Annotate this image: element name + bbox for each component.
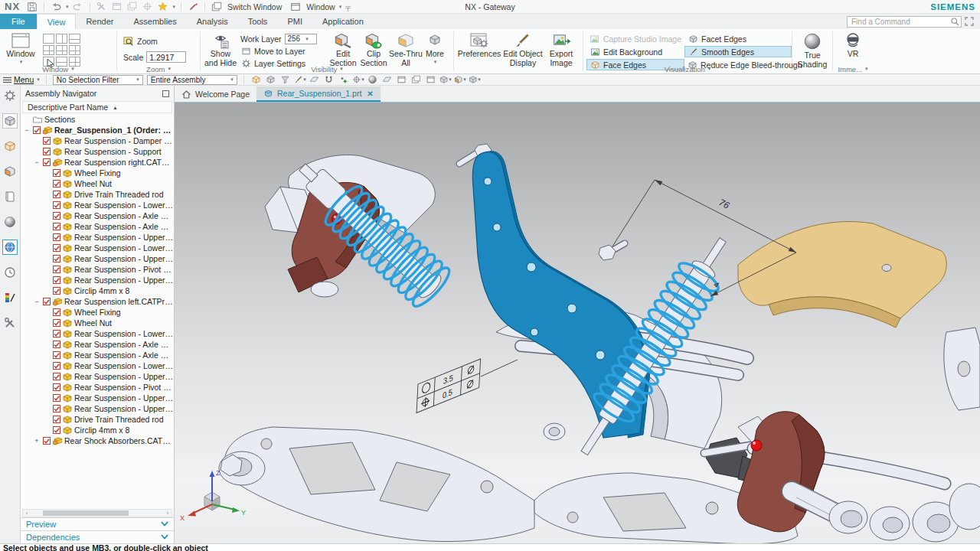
tree-checkbox[interactable] [43, 298, 51, 305]
tree-checkbox[interactable] [53, 201, 60, 209]
tree-item[interactable]: −Rear Suspension right.CATProduct [21, 157, 174, 168]
tab-assemblies[interactable]: Assemblies [123, 14, 186, 29]
layout-single-icon[interactable] [43, 34, 54, 44]
find-command-input[interactable] [847, 16, 962, 28]
tree-checkbox[interactable] [53, 255, 60, 262]
visualization-group-dialog-icon[interactable]: ▾ [708, 66, 711, 72]
switch-window-button[interactable]: Switch Window [227, 2, 282, 11]
tree-checkbox[interactable] [53, 416, 60, 423]
tree-checkbox[interactable] [53, 383, 60, 391]
tree-item[interactable]: Rear Suspension - Upper Triangle [21, 371, 174, 382]
tree-checkbox[interactable] [53, 330, 60, 337]
qat-customize-icon[interactable]: ╤ [345, 3, 350, 11]
assembly-navigator-icon[interactable] [3, 114, 17, 128]
show-and-hide-button[interactable]: Show and Hide [204, 31, 237, 68]
menu-button[interactable]: Menu▾ [3, 75, 40, 84]
shock-right-top-bolt[interactable] [599, 243, 625, 260]
layout-quad-icon[interactable] [43, 45, 54, 55]
tree-checkbox[interactable] [53, 212, 60, 220]
tree-item[interactable]: Rear Suspension - Upper Triangle [21, 253, 174, 264]
tree-checkbox[interactable] [53, 362, 60, 370]
edit-background-button[interactable]: Edit Background [586, 46, 684, 57]
tree-expander-icon[interactable]: − [33, 298, 41, 305]
scroll-right-icon[interactable]: › [164, 510, 172, 517]
vr-button[interactable]: VR [836, 31, 870, 59]
layout-hsplit-icon[interactable] [69, 34, 80, 44]
tree-checkbox[interactable] [53, 191, 60, 198]
scroll-left-icon[interactable]: ‹ [23, 510, 31, 517]
tab-application[interactable]: Application [312, 14, 374, 29]
web-browser-icon[interactable] [3, 240, 17, 254]
tab-file[interactable]: File [0, 14, 37, 29]
snap-plane-icon[interactable] [309, 75, 321, 85]
tree-checkbox[interactable] [53, 394, 60, 402]
window-cascade-icon[interactable] [410, 75, 423, 85]
gear-icon[interactable] [3, 89, 17, 103]
tree-item[interactable]: Rear Suspension - Lower Triangle [21, 360, 174, 371]
tree-item[interactable]: Circlip 4mm x 8 [21, 285, 174, 296]
template-tools-icon[interactable] [3, 316, 17, 330]
tree-item[interactable]: Rear Suspension - Pivot Housing [21, 382, 174, 393]
derive-icon[interactable] [265, 75, 277, 85]
tree-checkbox[interactable] [53, 244, 60, 252]
lower-arm-left[interactable] [219, 427, 534, 542]
visibility-group-dialog-icon[interactable]: ▾ [340, 66, 343, 72]
tree-item[interactable]: Wheel Fixing [21, 168, 174, 178]
scrollbar-thumb[interactable] [43, 510, 129, 516]
tree-checkbox[interactable] [33, 126, 41, 134]
damper-support-plate[interactable] [738, 221, 946, 328]
move-to-layer-button[interactable]: Move to Layer [237, 45, 328, 57]
save-icon[interactable] [26, 2, 38, 12]
preferences-button[interactable]: Preferences [457, 31, 501, 59]
capture-studio-image-button[interactable]: Capture Studio Image [586, 33, 684, 44]
tree-horizontal-scrollbar[interactable]: ‹ › [22, 509, 172, 517]
hd3d-tools-icon[interactable] [3, 291, 17, 305]
section-navigator-icon[interactable] [3, 165, 17, 178]
tree-checkbox[interactable] [53, 405, 60, 412]
window-button[interactable]: Window▾ [3, 31, 38, 65]
tree-item[interactable]: +Rear Shock Absorbers.CATProduct [21, 435, 174, 446]
dimension-76[interactable]: 76 [612, 180, 796, 253]
zoom-group-dialog-icon[interactable]: ▾ [168, 66, 171, 72]
selection-filter-dropdown[interactable]: No Selection Filter▾ [53, 75, 143, 85]
layout-vsplit-icon[interactable] [56, 34, 67, 44]
snap-magnet-icon[interactable] [323, 75, 335, 85]
tree-item[interactable]: Rear Suspension - Pivot Housing [21, 264, 174, 275]
preview-section-header[interactable]: Preview [21, 517, 174, 530]
tree-checkbox[interactable] [53, 287, 60, 295]
tree-checkbox[interactable] [43, 137, 51, 145]
more-button[interactable]: More▾ [423, 31, 447, 65]
workplane-icon[interactable] [381, 75, 394, 85]
constraint-navigator-icon[interactable] [3, 139, 17, 153]
scale-input[interactable] [146, 51, 186, 63]
tree-checkbox[interactable] [53, 426, 60, 434]
immersive-group-dialog-icon[interactable]: ▾ [865, 66, 868, 72]
copy-icon[interactable] [111, 2, 123, 12]
window-group-dialog-icon[interactable]: ▾ [71, 66, 74, 72]
tree-item[interactable]: Circlip 4mm x 8 [21, 425, 174, 435]
tree-item[interactable]: Rear Suspension - Lower Triangle [21, 243, 174, 253]
rear-bracket-part[interactable] [944, 328, 980, 410]
tree-item[interactable]: Wheel Nut [21, 178, 174, 189]
tree-item[interactable]: Rear Suspension - Upper Triangl... [21, 275, 174, 285]
smooth-edges-button[interactable]: Smooth Edges [684, 46, 792, 57]
tab-analysis[interactable]: Analysis [187, 14, 238, 29]
window-dropdown-icon[interactable]: ▾ [339, 4, 342, 10]
window-icon[interactable] [289, 2, 302, 12]
undo-dropdown-icon[interactable]: ▾ [66, 4, 69, 10]
tree-checkbox[interactable] [53, 276, 60, 284]
true-shading-button[interactable]: True Shading [795, 31, 829, 70]
tree-expander-icon[interactable]: − [33, 158, 41, 166]
tab-render[interactable]: Render [76, 14, 123, 29]
tree-checkbox[interactable] [53, 169, 60, 177]
tree-checkbox[interactable] [53, 180, 60, 187]
switch-window-icon[interactable] [211, 2, 223, 12]
filter-face-icon[interactable] [279, 75, 292, 85]
snap-point-icon[interactable] [338, 75, 350, 85]
pmi-feature-control-frame[interactable]: 3.5 0.5 [416, 359, 518, 412]
graphics-viewport[interactable]: 76 4 3.5 0.5 [175, 103, 980, 543]
dependencies-section-header[interactable]: Dependencies [21, 530, 174, 543]
reuse-library-icon[interactable] [3, 215, 17, 229]
tab-tools[interactable]: Tools [238, 14, 278, 29]
tree-item[interactable]: Rear Suspension - Lower Triangl... [21, 328, 174, 339]
